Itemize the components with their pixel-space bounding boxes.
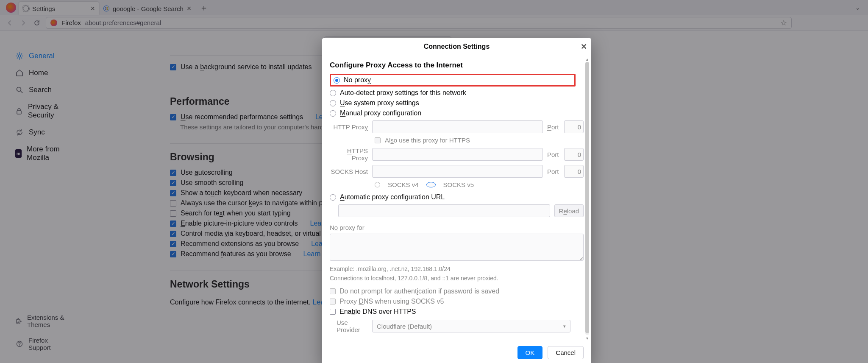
http-port-input[interactable] <box>564 120 584 133</box>
radio-icon[interactable] <box>375 182 380 187</box>
radio-auto-url[interactable]: Automatic proxy configuration URL <box>330 193 584 201</box>
also-https-row[interactable]: Also use this proxy for HTTPS <box>375 137 584 144</box>
dialog-heading: Configure Proxy Access to the Internet <box>330 61 584 70</box>
dialog-title: Connection Settings <box>424 43 490 50</box>
check-label: Enable DNS over HTTPS <box>339 308 416 316</box>
no-proxy-for-label: No proxy for <box>330 224 584 231</box>
example-note: Example: .mozilla.org, .net.nz, 192.168.… <box>330 265 584 272</box>
check-label: Also use this proxy for HTTPS <box>385 137 470 144</box>
highlighted-option: No proxy <box>330 74 576 87</box>
auto-url-row: Reload <box>338 204 584 217</box>
http-proxy-label: HTTP Proxy <box>330 123 368 131</box>
provider-value: Cloudflare (Default) <box>377 323 432 330</box>
socks-version-row: SOCKS v4 SOCKS v5 <box>375 181 584 188</box>
checkbox-disabled-icon <box>375 137 381 143</box>
radio-selected-icon[interactable] <box>334 77 340 84</box>
radio-use-system[interactable]: Use system proxy settings <box>330 99 584 107</box>
enable-doh-row[interactable]: Enable DNS over HTTPS <box>330 308 584 316</box>
https-proxy-input[interactable] <box>372 148 543 161</box>
checkbox-disabled-icon <box>330 288 336 294</box>
radio-selected-icon[interactable] <box>426 182 436 187</box>
radio-icon[interactable] <box>330 90 336 96</box>
socks-port-input[interactable] <box>564 165 584 178</box>
scroll-down-icon[interactable]: ▾ <box>584 335 590 341</box>
radio-label: Auto-detect proxy settings for this netw… <box>340 89 466 97</box>
dialog-footer: OK Cancel <box>322 342 591 363</box>
ok-button[interactable]: OK <box>517 346 543 359</box>
chevron-down-icon: ▾ <box>563 324 566 329</box>
proxy-dns-row[interactable]: Proxy DNS when using SOCKS v5 <box>330 298 584 305</box>
provider-label: Use Provider <box>330 319 368 333</box>
radio-label: No proxy <box>344 76 371 84</box>
no-proxy-for-input[interactable] <box>330 234 584 261</box>
port-label: Port <box>547 123 560 131</box>
port-label: Port <box>547 168 560 175</box>
port-label: Port <box>547 151 560 158</box>
radio-label: SOCKS v4 <box>388 181 419 188</box>
connection-settings-dialog: Connection Settings ✕ Configure Proxy Ac… <box>322 38 591 363</box>
socks-host-input[interactable] <box>372 165 543 178</box>
checkbox-icon[interactable] <box>330 309 336 315</box>
https-proxy-label: HTTPS Proxy <box>330 147 368 162</box>
reload-button[interactable]: Reload <box>554 204 584 217</box>
socks-host-row: SOCKS Host Port <box>330 165 584 178</box>
check-label: Do not prompt for authentication if pass… <box>339 288 499 295</box>
dialog-scrollbar[interactable]: ▴ ▾ <box>584 56 590 341</box>
radio-auto-detect[interactable]: Auto-detect proxy settings for this netw… <box>330 89 584 97</box>
https-port-input[interactable] <box>564 148 584 161</box>
radio-label: SOCKS v5 <box>443 181 474 188</box>
close-icon[interactable]: ✕ <box>581 42 587 51</box>
https-proxy-row: HTTPS Proxy Port <box>330 147 584 162</box>
http-proxy-row: HTTP Proxy Port <box>330 120 584 133</box>
checkbox-disabled-icon <box>330 299 336 304</box>
radio-label: Manual proxy configuration <box>340 109 421 117</box>
no-auth-prompt-row[interactable]: Do not prompt for authentication if pass… <box>330 288 584 295</box>
radio-label: Automatic proxy configuration URL <box>340 193 445 201</box>
dialog-title-bar: Connection Settings ✕ <box>322 38 591 55</box>
http-proxy-input[interactable] <box>372 120 543 133</box>
cancel-button[interactable]: Cancel <box>548 346 584 359</box>
localhost-note: Connections to localhost, 127.0.0.1/8, a… <box>330 275 584 282</box>
scroll-thumb[interactable] <box>585 62 589 333</box>
provider-select[interactable]: Cloudflare (Default) ▾ <box>372 320 570 332</box>
check-label: Proxy DNS when using SOCKS v5 <box>339 298 444 305</box>
socks-host-label: SOCKS Host <box>330 168 368 175</box>
scroll-up-icon[interactable]: ▴ <box>584 56 590 62</box>
radio-no-proxy[interactable]: No proxy <box>334 76 572 84</box>
provider-row: Use Provider Cloudflare (Default) ▾ <box>330 319 584 333</box>
radio-icon[interactable] <box>330 100 336 106</box>
dialog-body: Configure Proxy Access to the Internet N… <box>322 55 591 342</box>
radio-icon[interactable] <box>330 110 336 117</box>
auto-url-input[interactable] <box>338 204 550 217</box>
radio-label: Use system proxy settings <box>340 99 419 107</box>
radio-icon[interactable] <box>330 194 336 201</box>
radio-manual[interactable]: Manual proxy configuration <box>330 109 584 117</box>
